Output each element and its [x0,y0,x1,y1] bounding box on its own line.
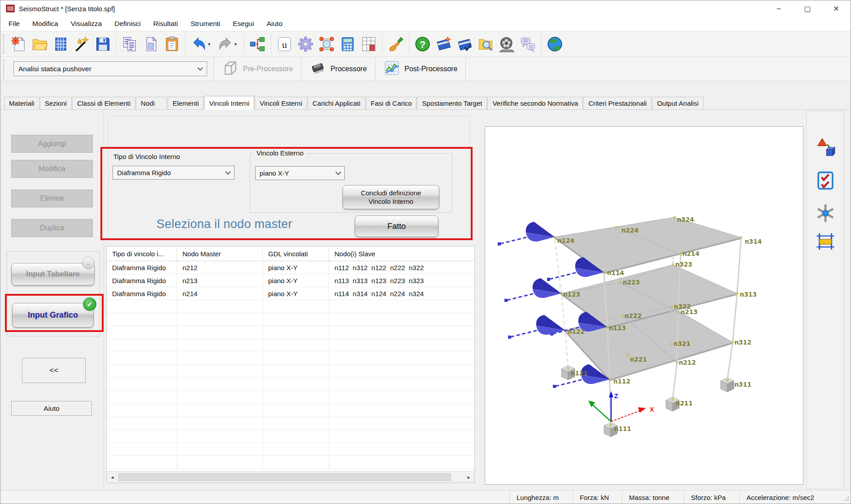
tab-classi-di-elementi[interactable]: Classi di Elementi [72,97,135,109]
table-row-empty[interactable] [107,300,474,313]
table-row[interactable]: Diaframma Rigido n214 piano X-Y n114 n31… [107,287,474,300]
table-row[interactable]: Diaframma Rigido n212 piano X-Y n112 n31… [107,261,474,274]
performance-criteria-checklist-icon[interactable] [815,170,836,191]
calculator-icon[interactable] [337,34,358,55]
column-header-tipo[interactable]: Tipo di vincolo i... [107,246,177,261]
table-row-empty[interactable] [107,326,474,339]
table-row-empty[interactable] [107,313,474,326]
toolbar-drag-handle[interactable] [3,34,6,54]
refresh-3d-view-icon[interactable] [815,137,836,158]
scroll-right-icon[interactable]: ▸ [463,472,474,482]
model-3d-viewport[interactable]: ZXn111n211n311n121n112n212n312n122n222n3… [485,126,803,485]
new-project-icon[interactable] [8,34,29,55]
tab-verifiche-secondo-normativa[interactable]: Verifiche secondo Normativa [487,97,583,109]
finish-definition-button[interactable]: Concludi definizione Vincolo Interno [343,185,439,209]
close-button[interactable]: ✕ [822,0,851,17]
open-project-icon[interactable] [29,34,50,55]
copy-document-icon[interactable] [140,34,161,55]
paste-icon[interactable] [161,34,182,55]
collapse-panel-button[interactable]: << [22,358,86,383]
undo-icon[interactable] [188,34,209,55]
wizard-icon[interactable] [71,34,92,55]
table-row-empty[interactable] [107,365,474,378]
table-row-empty[interactable] [107,378,474,391]
node-marker [672,264,674,266]
menu-file[interactable]: File [2,17,26,31]
menu-risultati[interactable]: Risultati [147,17,184,31]
load-arrow-tail [550,271,581,279]
feedback-chat-icon[interactable] [517,34,538,55]
menu-visualizza[interactable]: Visualizza [65,17,109,31]
table-grid-icon[interactable] [358,34,379,55]
table-row-empty[interactable] [107,339,474,352]
processor-button[interactable]: Processore [301,59,375,79]
scrollbar-thumb[interactable] [118,473,451,481]
table-row-empty[interactable] [107,443,474,456]
analysis-type-select[interactable]: Analisi statica pushover [13,61,207,76]
help-button[interactable]: Aiuto [11,401,92,416]
toolbar-drag-handle[interactable] [3,59,6,79]
menu-definisci[interactable]: Definisci [108,17,147,31]
table-row-empty[interactable] [107,352,474,365]
table-row-empty[interactable] [107,456,474,469]
video-tutorial-icon[interactable] [496,34,517,55]
tab-criteri-prestazionali[interactable]: Criteri Prestazionali [583,97,651,109]
tab-nodi[interactable]: Nodi [136,97,167,109]
post-processor-button[interactable]: Post-Processore [375,59,465,79]
table-row[interactable]: Diaframma Rigido n213 piano X-Y n113 n31… [107,274,474,287]
undo-dropdown-icon[interactable]: ▾ [208,42,215,47]
format-brush-icon[interactable] [385,34,406,55]
table-row-empty[interactable] [107,417,474,430]
tab-fasi-di-carico[interactable]: Fasi di Carico [366,97,417,109]
search-folder-icon[interactable] [475,34,496,55]
tab-carichi-applicati[interactable]: Carichi Applicati [308,97,365,109]
settings-gear-icon[interactable] [295,34,316,55]
table-row-empty[interactable] [107,430,474,443]
finish-definition-line1: Concludi definizione [361,189,421,197]
model-viewer-icon[interactable] [316,34,337,55]
tab-materiali[interactable]: Materiali [4,97,39,109]
building-modeller-icon[interactable] [50,34,71,55]
report-document-icon[interactable] [119,34,140,55]
tab-spostamento-target[interactable]: Spostamento Target [417,97,487,109]
resize-grip-icon[interactable] [843,495,850,504]
menu-aiuto[interactable]: Aiuto [261,17,289,31]
menu-esegui[interactable]: Esegui [226,17,260,31]
tab-vincoli-interni[interactable]: Vincoli Interni [204,96,254,110]
frame-element-icon[interactable] [815,231,836,252]
help-icon[interactable]: ? [412,34,433,55]
minimize-button[interactable]: – [764,0,793,17]
redo-icon[interactable] [215,34,236,55]
verify-book-icon[interactable] [454,34,475,55]
main-toolbar: ▾ ▾ u ? [0,31,851,57]
horizontal-scrollbar[interactable]: ◂ ▸ [107,471,474,482]
constraint-type-select[interactable]: Diaframma Rigido [113,166,234,180]
node-marker [616,226,617,228]
done-button[interactable]: Fatto [355,215,439,237]
tab-vincoli-esterni[interactable]: Vincoli Esterni [255,97,307,109]
menu-strumenti[interactable]: Strumenti [184,17,226,31]
connectivity-tree-icon[interactable] [247,34,268,55]
column-header-slave[interactable]: Nodo(i) Slave [329,246,474,261]
tab-output-analisi[interactable]: Output Analisi [652,97,703,109]
redo-dropdown-icon[interactable]: ▾ [234,42,241,47]
table-row-empty[interactable] [107,391,474,404]
scroll-left-icon[interactable]: ◂ [107,472,118,482]
tutorial-book-icon[interactable] [433,34,454,55]
external-constraint-label: Vincolo Esterno [254,149,306,157]
tab-sezioni[interactable]: Sezioni [40,97,72,109]
save-icon[interactable] [92,34,113,55]
web-globe-icon[interactable] [544,34,565,55]
units-icon[interactable]: u [274,34,295,55]
tab-elementi[interactable]: Elementi [168,97,204,109]
table-row-empty[interactable] [107,404,474,417]
maximize-button[interactable]: ▢ [793,0,822,17]
menu-modifica[interactable]: Modifica [26,17,65,31]
column-header-nodo-master[interactable]: Nodo Master [177,246,263,261]
column-header-gdl[interactable]: GDL vincolati [263,246,329,261]
input-grafico-button[interactable]: Input Grafico [12,303,94,327]
external-constraint-select[interactable]: piano X-Y [255,166,345,180]
cell-slave: n114 n314 n124 n224 n324 [329,287,474,300]
node-axes-icon[interactable] [815,202,836,224]
node-label: n222 [625,312,642,319]
